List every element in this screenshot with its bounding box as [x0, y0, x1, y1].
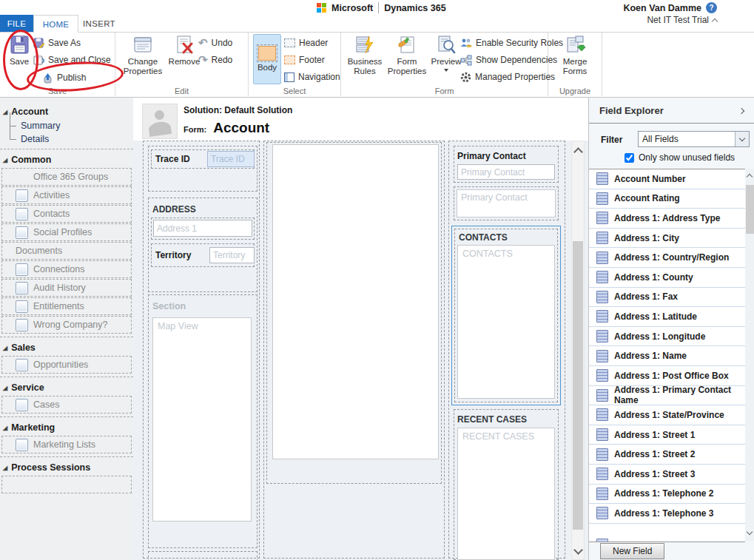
field-row[interactable]: Address 1: Post Office Box — [589, 366, 745, 386]
address-section-label: ADDRESS — [152, 204, 196, 215]
canvas-scrollbar-thumb[interactable] — [573, 241, 583, 530]
help-icon[interactable]: ? — [706, 2, 717, 13]
collapse-triangle-icon: ◢ — [3, 425, 7, 431]
sidebar-tab-item[interactable]: Summary — [0, 119, 133, 132]
show-dependencies-button[interactable]: Show Dependencies — [460, 53, 557, 67]
sidebar-nav-item[interactable]: Marketing Lists — [1, 436, 132, 453]
common-items: Office 365 Groups Activities Contacts So… — [0, 168, 133, 334]
sidebar-section-common[interactable]: ◢ Common — [0, 152, 133, 167]
remove-button[interactable]: Remove — [167, 35, 201, 67]
filter-dropdown-button[interactable] — [735, 132, 749, 146]
canvas-scrollbar[interactable] — [571, 141, 585, 560]
sidebar-nav-item[interactable]: Contacts — [1, 205, 132, 223]
scroll-down-icon[interactable] — [747, 529, 753, 535]
panel-collapse-icon[interactable] — [738, 108, 744, 114]
field-row[interactable]: Address 1: Longitude — [589, 327, 745, 347]
new-field-button[interactable]: New Field — [600, 543, 664, 559]
sidebar-section-account[interactable]: ◢ Account — [0, 104, 133, 119]
field-row[interactable]: Address 1: County — [589, 268, 745, 288]
field-icon — [596, 330, 608, 343]
sidebar-nav-item[interactable]: Opportunities — [1, 356, 132, 374]
preview-dropdown-caret-icon[interactable] — [444, 69, 448, 72]
field-icon — [596, 488, 608, 500]
filter-select[interactable]: All Fields — [638, 131, 750, 147]
field-row[interactable]: Account Rating — [589, 189, 745, 209]
sidebar-nav-item[interactable]: Office 365 Groups — [1, 168, 132, 186]
field-row[interactable]: Address 1: Telephone 2 — [589, 485, 745, 505]
field-icon — [596, 369, 608, 382]
marketing-lists-icon — [16, 439, 28, 451]
entitlements-icon — [16, 300, 28, 313]
sidebar-nav-item[interactable]: Wrong Company? — [1, 316, 132, 334]
sidebar-nav-item[interactable]: Audit History — [1, 279, 132, 297]
header-button[interactable]: Header — [284, 36, 328, 50]
field-row[interactable]: Address 1: State/Province — [589, 405, 745, 425]
scroll-up-icon[interactable] — [573, 147, 583, 157]
sidebar-section-service[interactable]: ◢ Service — [0, 379, 133, 395]
filter-selected-value: All Fields — [639, 134, 735, 144]
trace-id-input[interactable] — [207, 151, 255, 167]
body-button[interactable]: Body — [253, 34, 281, 84]
recent-cases-subgrid-control[interactable]: RECENT CASES — [457, 428, 555, 560]
contacts-subgrid-control[interactable]: CONTACTS — [457, 245, 555, 399]
tab-insert[interactable]: INSERT — [78, 15, 120, 32]
navigation-button[interactable]: Navigation — [284, 70, 340, 84]
field-row[interactable]: Address 1: Latitude — [589, 307, 745, 327]
field-row[interactable]: Address 1: Telephone 3 — [589, 504, 745, 524]
change-properties-button[interactable]: Change Properties — [121, 35, 164, 76]
sidebar-nav-item[interactable]: Connections — [1, 260, 132, 278]
field-row[interactable]: Address 1: Name — [589, 346, 745, 366]
field-row[interactable]: Account Number — [589, 169, 745, 189]
sidebar-nav-item[interactable]: Entitlements — [1, 297, 132, 315]
sidebar-section-process-sessions[interactable]: ◢ Process Sessions — [0, 459, 133, 475]
field-row[interactable]: Address 1: Fax — [589, 288, 745, 308]
sidebar-section-marketing[interactable]: ◢ Marketing — [0, 419, 133, 435]
tab-home[interactable]: HOME — [33, 15, 78, 33]
org-name[interactable]: Net IT Test Trial — [647, 15, 709, 25]
scroll-up-icon[interactable] — [747, 174, 753, 180]
field-row[interactable]: Address 1: Country/Region — [589, 248, 745, 268]
sidebar-nav-item[interactable]: Documents — [1, 242, 132, 260]
primary-contact-card-control[interactable]: Primary Contact — [457, 189, 556, 217]
field-row[interactable]: Address 1: City — [589, 229, 745, 249]
scroll-down-icon[interactable] — [573, 545, 583, 555]
show-dependencies-icon — [460, 55, 472, 66]
save-button[interactable]: Save — [6, 35, 33, 67]
business-rules-button[interactable]: Business Rules — [346, 35, 384, 76]
publish-button[interactable]: Publish — [42, 71, 86, 84]
redo-button[interactable]: ↷ Redo — [198, 53, 232, 67]
sidebar-nav-item[interactable]: Activities — [1, 186, 132, 204]
managed-properties-button[interactable]: Managed Properties — [460, 70, 555, 84]
middle-empty-control[interactable] — [272, 144, 439, 459]
sidebar-section-sales[interactable]: ◢ Sales — [0, 340, 133, 355]
sidebar-nav-item[interactable]: Social Profiles — [1, 223, 132, 241]
field-row-partial[interactable] — [589, 536, 745, 542]
footer-button[interactable]: Footer — [284, 53, 325, 67]
field-icon — [596, 232, 608, 244]
field-row[interactable]: Address 1: Address Type — [589, 209, 745, 229]
address1-input[interactable] — [153, 220, 252, 237]
save-and-close-button[interactable]: Save and Close — [33, 53, 111, 67]
primary-contact-input[interactable] — [457, 164, 555, 180]
tab-file[interactable]: FILE — [0, 15, 33, 32]
field-list-scrollbar-thumb[interactable] — [746, 185, 754, 234]
preview-button[interactable]: Preview — [431, 35, 461, 72]
org-caret-icon[interactable] — [712, 18, 718, 24]
field-list-scrollbar[interactable] — [745, 169, 754, 541]
field-row[interactable]: Address 1: Street 2 — [589, 445, 745, 465]
undo-button[interactable]: ↶ Undo — [198, 36, 232, 50]
map-view-control[interactable]: Map View — [152, 317, 252, 522]
field-row[interactable]: Address 1: Street 1 — [589, 425, 745, 445]
sidebar-tab-item[interactable]: Details — [0, 132, 133, 146]
unused-fields-checkbox-row[interactable]: Only show unused fields — [625, 152, 735, 163]
unused-fields-checkbox[interactable] — [625, 153, 634, 163]
territory-input[interactable] — [209, 247, 255, 263]
user-name[interactable]: Koen Van Damme — [623, 3, 701, 13]
field-row[interactable]: Address 1: Street 3 — [589, 465, 745, 485]
save-as-button[interactable]: Save As — [33, 36, 81, 50]
sidebar-nav-item[interactable]: Cases — [1, 396, 132, 414]
form-properties-button[interactable]: Form Properties — [386, 35, 428, 76]
section-partial-bottom[interactable] — [148, 551, 257, 560]
field-row[interactable]: Address 1: Primary Contact Name — [589, 386, 745, 406]
merge-forms-button[interactable]: Merge Forms — [559, 35, 591, 76]
